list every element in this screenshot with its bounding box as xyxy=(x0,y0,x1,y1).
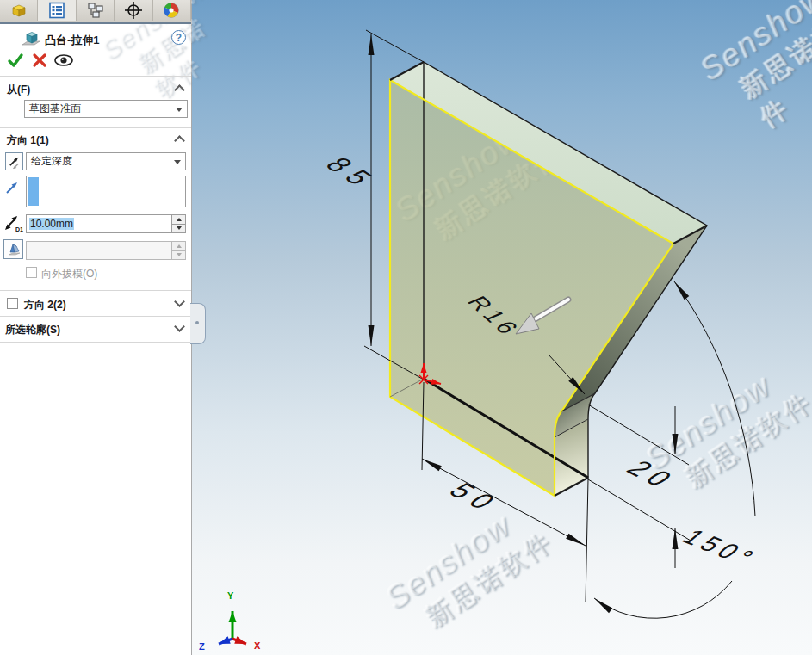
tab-configuration-manager[interactable] xyxy=(77,0,115,21)
ok-button[interactable] xyxy=(7,52,24,69)
section-contours-label[interactable]: 所选轮廓(S) xyxy=(5,323,60,337)
collapse-direction1-icon[interactable] xyxy=(174,135,185,146)
panel-tab-bar xyxy=(0,0,191,24)
app-window: { "tabs": [ {"icon": "feature-tree-icon"… xyxy=(0,0,812,655)
draft-button[interactable] xyxy=(3,239,23,259)
feature-title: 凸台-拉伸1 xyxy=(45,33,100,48)
feature-tree-icon xyxy=(9,1,28,20)
draft-outward-checkbox xyxy=(26,267,37,278)
reverse-direction-icon xyxy=(7,154,22,169)
draft-icon xyxy=(6,242,22,257)
draft-outward-label: 向外拔模(O) xyxy=(41,267,97,281)
depth-increment-button[interactable] xyxy=(172,215,185,224)
chevron-down-icon xyxy=(176,108,183,112)
end-condition-select[interactable]: 给定深度 xyxy=(26,152,186,170)
reference-triad xyxy=(219,611,246,644)
chevron-down-icon xyxy=(174,160,181,164)
boss-extrude-icon xyxy=(21,28,41,49)
property-manager-panel: Senshow 新思诺软件 xyxy=(0,0,192,655)
expand-direction2-icon[interactable] xyxy=(174,296,185,307)
display-manager-icon xyxy=(162,1,181,20)
section-direction2-label[interactable]: 方向 2(2) xyxy=(24,298,66,312)
configuration-manager-icon xyxy=(86,1,105,20)
reverse-direction-button[interactable] xyxy=(5,152,23,170)
help-icon[interactable]: ? xyxy=(171,30,186,45)
tab-feature-tree[interactable] xyxy=(0,0,38,21)
tab-dimxpert[interactable] xyxy=(115,0,152,21)
tab-display-manager[interactable] xyxy=(153,0,191,21)
direction-selection-box[interactable] xyxy=(26,176,186,207)
cancel-button[interactable] xyxy=(32,53,47,68)
triad-x-label: X xyxy=(254,640,260,651)
draft-angle-spinbox xyxy=(26,241,186,260)
triad-y-label: Y xyxy=(227,590,233,601)
section-direction1-label[interactable]: 方向 1(1) xyxy=(7,133,49,148)
property-manager-icon xyxy=(47,1,66,20)
direction-reference-icon xyxy=(5,181,19,195)
splitter-dot-icon xyxy=(195,321,199,324)
preview-eye-button[interactable] xyxy=(53,53,74,68)
section-from-label[interactable]: 从(F) xyxy=(7,83,30,97)
depth-value[interactable]: 10.00mm xyxy=(29,218,74,230)
depth-decrement-button[interactable] xyxy=(172,224,185,233)
start-condition-select[interactable]: 草图基准面 xyxy=(24,100,188,118)
depth-d1-icon: D1 xyxy=(3,213,23,233)
panel-splitter-handle[interactable] xyxy=(190,303,206,344)
dimxpert-icon xyxy=(124,1,143,20)
tab-property-manager[interactable] xyxy=(38,0,76,21)
direction2-checkbox[interactable] xyxy=(7,298,18,309)
selection-accent xyxy=(28,177,39,206)
triad-z-label: Z xyxy=(199,641,205,652)
dimension-20[interactable] xyxy=(588,405,691,568)
expand-contours-icon[interactable] xyxy=(174,321,185,332)
depth-spinbox[interactable]: 10.00mm xyxy=(26,214,186,233)
